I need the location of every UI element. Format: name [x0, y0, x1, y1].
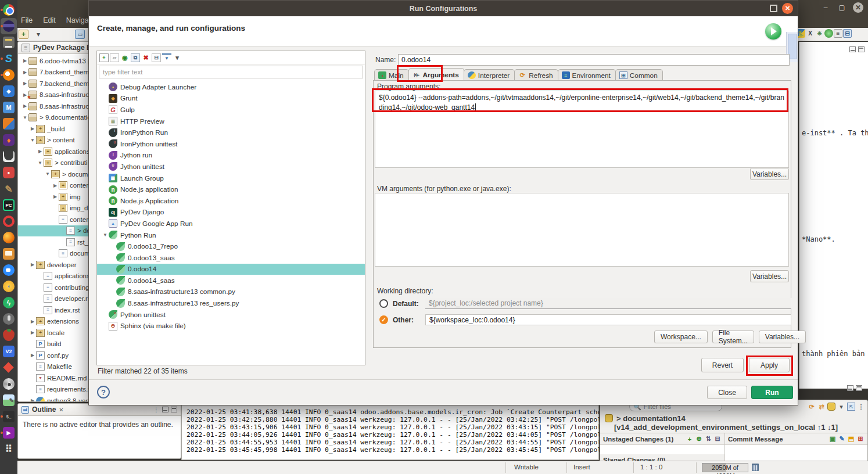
configuration-row[interactable]: 8.saas-infrastructure13 res_users.py: [97, 297, 365, 309]
minimize-view-icon[interactable]: [847, 385, 853, 391]
other-directory-field[interactable]: ${workspace_loc:0.odoo14}: [425, 314, 791, 325]
dock-item[interactable]: [1, 2, 17, 18]
configuration-row[interactable]: Python unittest: [97, 309, 365, 321]
expanded-icon[interactable]: [37, 160, 44, 166]
config-tab[interactable]: Main: [374, 69, 409, 81]
configuration-row[interactable]: Grunt: [97, 93, 365, 105]
collapsed-icon[interactable]: [21, 58, 28, 63]
memory-gauge[interactable]: 2050M of 4096M: [702, 463, 748, 472]
program-arguments-input[interactable]: ${0.odoo14} --addons-path=addons,~/git/t…: [375, 91, 789, 168]
configuration-row[interactable]: Sphinx (via make file): [97, 320, 365, 332]
export-icon[interactable]: [120, 53, 130, 62]
dock-item[interactable]: [1, 246, 17, 262]
apply-button[interactable]: Apply: [749, 358, 790, 372]
maximize-icon[interactable]: [770, 5, 777, 12]
config-tab[interactable]: Interpreter: [464, 69, 515, 81]
console-log[interactable]: 2022-01-25 03:41:38,638 14401 INFO 0_saa…: [182, 400, 598, 454]
run-button[interactable]: Run: [751, 386, 793, 399]
dock-item[interactable]: [1, 408, 17, 425]
expanded-icon[interactable]: [21, 115, 28, 120]
dock-item[interactable]: [1, 83, 17, 99]
configuration-row[interactable]: IronPython Run: [97, 127, 365, 138]
layout-toggle-icon[interactable]: [713, 435, 722, 443]
configuration-row[interactable]: PyDev Django: [97, 207, 365, 218]
dock-item[interactable]: [1, 148, 17, 164]
new-wizard-icon[interactable]: [19, 30, 28, 39]
git-repo-name[interactable]: > documentation14: [616, 414, 686, 423]
default-radio[interactable]: [379, 299, 388, 308]
minimize-view-icon[interactable]: [162, 407, 168, 412]
task-list-icon[interactable]: [834, 29, 842, 38]
config-tab[interactable]: Environment: [558, 69, 616, 81]
maximize-icon[interactable]: ▢: [837, 2, 847, 13]
dock-item[interactable]: [1, 181, 17, 197]
filter-input[interactable]: type filter text: [99, 66, 363, 78]
collapsed-icon[interactable]: [52, 183, 59, 188]
dock-item[interactable]: [1, 18, 17, 34]
chevron-down-icon[interactable]: [173, 53, 182, 62]
tab-close-icon[interactable]: ✕: [59, 407, 63, 413]
chevron-down-icon[interactable]: [837, 403, 845, 411]
collapse-all-icon[interactable]: [152, 53, 161, 62]
file-system-button[interactable]: File System...: [712, 331, 754, 343]
filter-icon[interactable]: [162, 53, 171, 62]
collapsed-icon[interactable]: [21, 70, 28, 75]
sign-off-icon[interactable]: [838, 435, 846, 443]
other-radio[interactable]: [379, 315, 388, 324]
switch-repository-icon[interactable]: [817, 403, 826, 411]
delete-icon[interactable]: [141, 53, 150, 62]
config-tab[interactable]: Refresh: [514, 69, 558, 81]
configuration-row[interactable]: 0.odoo13_saas: [97, 252, 365, 264]
configuration-row[interactable]: Node.js Application: [97, 195, 365, 207]
refresh-icon[interactable]: [808, 403, 816, 411]
expanded-icon[interactable]: [44, 171, 51, 177]
configuration-row[interactable]: 8.saas-infrastructure13 common.py: [97, 286, 365, 298]
collapsed-icon[interactable]: [29, 319, 36, 324]
dock-item[interactable]: [1, 213, 17, 229]
maximize-view-icon[interactable]: [858, 46, 865, 52]
maximize-view-icon[interactable]: [856, 385, 862, 391]
dock-item[interactable]: [1, 343, 17, 360]
new-prototype-icon[interactable]: [110, 53, 119, 62]
chevron-down-icon[interactable]: [33, 30, 43, 39]
workspace-button[interactable]: Workspace...: [654, 331, 708, 343]
dock-item[interactable]: [1, 34, 17, 51]
maximize-view-icon[interactable]: [171, 407, 177, 412]
dock-item[interactable]: [1, 327, 17, 343]
table-view-icon[interactable]: [843, 29, 852, 38]
dock-item[interactable]: [1, 295, 17, 311]
link-with-editor-icon[interactable]: [847, 403, 855, 411]
configuration-row[interactable]: Node.js application: [97, 184, 365, 195]
unstaged-changes-section[interactable]: Unstaged Changes (1): [600, 433, 724, 445]
dock-item[interactable]: [1, 360, 17, 376]
dock-item[interactable]: [1, 441, 17, 457]
configuration-row[interactable]: 0.odoo14: [97, 264, 365, 275]
dock-item[interactable]: [1, 99, 17, 116]
dock-item[interactable]: [1, 392, 17, 408]
dock-item[interactable]: [1, 51, 17, 67]
configuration-row[interactable]: Gulp: [97, 104, 365, 116]
minimize-icon[interactable]: –: [820, 2, 831, 13]
minimize-view-icon[interactable]: [849, 46, 856, 52]
run-tool-icon[interactable]: [824, 29, 833, 38]
collapsed-icon[interactable]: [29, 353, 36, 358]
expanded-icon[interactable]: [29, 138, 36, 143]
configuration-row[interactable]: Jython run: [97, 150, 365, 161]
vm-arguments-input[interactable]: [375, 193, 789, 267]
revert-button[interactable]: Revert: [701, 358, 744, 372]
commit-message-input[interactable]: [725, 445, 867, 462]
preview-icon[interactable]: [828, 435, 837, 443]
dock-item[interactable]: [1, 132, 17, 148]
view-menu-icon[interactable]: ⋮: [153, 407, 160, 413]
configuration-row[interactable]: Launch Group: [97, 173, 365, 184]
new-configuration-icon[interactable]: [99, 53, 109, 62]
configuration-row[interactable]: Jython unittest: [97, 161, 365, 173]
outline-title[interactable]: Outline: [32, 405, 56, 414]
debug-icon[interactable]: [815, 29, 824, 38]
collapsed-icon[interactable]: [21, 81, 28, 86]
console-view-icon[interactable]: [75, 30, 85, 39]
commit-icon[interactable]: [856, 435, 865, 443]
dock-item[interactable]: [1, 164, 17, 181]
view-menu-icon[interactable]: [857, 403, 865, 411]
menu-item[interactable]: File: [21, 16, 33, 24]
